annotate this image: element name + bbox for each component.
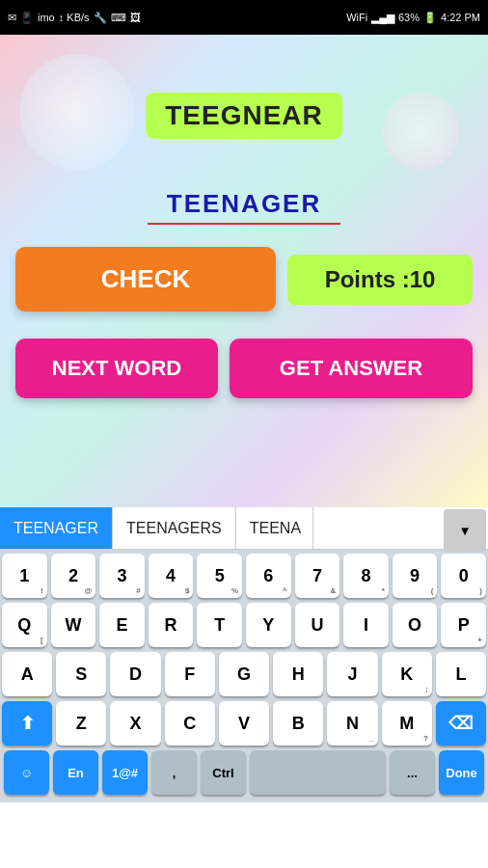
num-sym-key[interactable]: 1@# [102, 750, 148, 795]
keyboard-row-asdf: A S D F G H J K; L [2, 652, 486, 696]
key-5[interactable]: 5% [197, 554, 242, 598]
key-t[interactable]: T [197, 603, 242, 647]
key-c[interactable]: C [165, 701, 215, 746]
points-text: Points :10 [325, 266, 436, 292]
battery-icon: 🔋 [423, 12, 437, 24]
ctrl-key[interactable]: Ctrl [201, 750, 246, 795]
autocomplete-bar: TEENAGER TEENAGERS TEENA ▼ [0, 507, 488, 550]
keyboard: 1! 2@ 3# 4$ 5% 6^ 7& 8* 9( 0) Q[ W E R T… [0, 550, 488, 802]
key-4[interactable]: 4$ [149, 554, 194, 598]
key-2[interactable]: 2@ [51, 554, 96, 598]
key-m[interactable]: M? [382, 701, 432, 746]
wrench-icon: 🔧 [94, 12, 107, 24]
key-z[interactable]: Z [56, 701, 106, 746]
points-display: Points :10 [287, 255, 473, 305]
key-p[interactable]: P+ [441, 603, 486, 647]
image-icon: 🖼 [130, 12, 141, 23]
key-s[interactable]: S [56, 652, 106, 696]
key-f[interactable]: F [165, 652, 215, 696]
imo-icon: imo [38, 12, 55, 23]
action-row-1: CHECK Points :10 [0, 247, 488, 312]
key-i[interactable]: I [343, 603, 389, 647]
game-area: TEEGNEAR TEENAGER CHECK Points :10 NEXT … [0, 35, 488, 507]
status-left: ✉ 📱 imo ↕ KB/s 🔧 ⌨ 🖼 [8, 12, 141, 24]
language-key[interactable]: En [53, 750, 98, 795]
action-row-2: NEXT WORD GET ANSWER [0, 339, 488, 398]
key-o[interactable]: O [393, 603, 438, 647]
backspace-key[interactable]: ⌫ [436, 701, 486, 746]
key-v[interactable]: V [219, 701, 269, 746]
key-y[interactable]: Y [246, 603, 291, 647]
scrambled-word: TEEGNEAR [165, 100, 323, 130]
answer-input-display[interactable]: TEENAGER [148, 189, 340, 225]
status-bar: ✉ 📱 imo ↕ KB/s 🔧 ⌨ 🖼 WiFi ▂▄▆ 63% 🔋 4:22… [0, 0, 488, 35]
key-a[interactable]: A [2, 652, 52, 696]
scrambled-word-container: TEEGNEAR [146, 93, 342, 139]
message-icon: ✉ [8, 12, 16, 24]
keyboard-row-qwerty: Q[ W E R T Y U I O P+ [2, 603, 486, 647]
key-8[interactable]: 8* [343, 554, 389, 598]
key-0[interactable]: 0) [441, 554, 486, 598]
phone-icon: 📱 [20, 12, 34, 24]
next-word-button[interactable]: NEXT WORD [15, 339, 218, 398]
key-r[interactable]: R [149, 603, 194, 647]
chevron-down-icon: ▼ [458, 524, 471, 538]
wifi-icon: WiFi [346, 12, 367, 23]
check-button[interactable]: CHECK [15, 247, 276, 312]
data-icon: ↕ KB/s [59, 12, 90, 23]
time-display: 4:22 PM [441, 12, 480, 23]
key-x[interactable]: X [110, 701, 160, 746]
comma-key[interactable]: , [151, 750, 197, 795]
key-b[interactable]: B [273, 701, 323, 746]
emoji-key[interactable]: ☺ [4, 750, 49, 795]
key-q[interactable]: Q[ [2, 603, 47, 647]
key-6[interactable]: 6^ [246, 554, 291, 598]
battery-percent: 63% [398, 12, 420, 23]
key-d[interactable]: D [110, 652, 160, 696]
key-n[interactable]: N_ [327, 701, 377, 746]
space-key[interactable] [250, 750, 386, 795]
ellipsis-key[interactable]: ... [390, 750, 435, 795]
keyboard-icon: ⌨ [111, 12, 126, 24]
suggestion-1[interactable]: TEENAGERS [113, 507, 236, 549]
keyboard-bottom-row: ☺ En 1@# , Ctrl ... Done [2, 750, 486, 799]
autocomplete-dropdown-button[interactable]: ▼ [444, 509, 486, 552]
shift-key[interactable]: ⬆ [2, 701, 52, 746]
key-h[interactable]: H [273, 652, 323, 696]
signal-bars: ▂▄▆ [371, 12, 394, 24]
keyboard-number-row: 1! 2@ 3# 4$ 5% 6^ 7& 8* 9( 0) [2, 554, 486, 598]
key-g[interactable]: G [219, 652, 269, 696]
key-9[interactable]: 9( [393, 554, 438, 598]
get-answer-button[interactable]: GET ANSWER [230, 339, 473, 398]
done-key[interactable]: Done [439, 750, 484, 795]
suggestion-0[interactable]: TEENAGER [0, 507, 113, 549]
key-3[interactable]: 3# [99, 554, 145, 598]
key-1[interactable]: 1! [2, 554, 47, 598]
key-7[interactable]: 7& [295, 554, 340, 598]
keyboard-row-zxcv: ⬆ Z X C V B N_ M? ⌫ [2, 701, 486, 746]
key-e[interactable]: E [99, 603, 145, 647]
key-k[interactable]: K; [382, 652, 432, 696]
status-right: WiFi ▂▄▆ 63% 🔋 4:22 PM [346, 12, 480, 24]
key-j[interactable]: J [327, 652, 377, 696]
key-l[interactable]: L [436, 652, 486, 696]
answer-container: TEENAGER [70, 189, 418, 225]
suggestion-2[interactable]: TEENA [236, 507, 313, 549]
key-u[interactable]: U [295, 603, 340, 647]
key-w[interactable]: W [51, 603, 96, 647]
